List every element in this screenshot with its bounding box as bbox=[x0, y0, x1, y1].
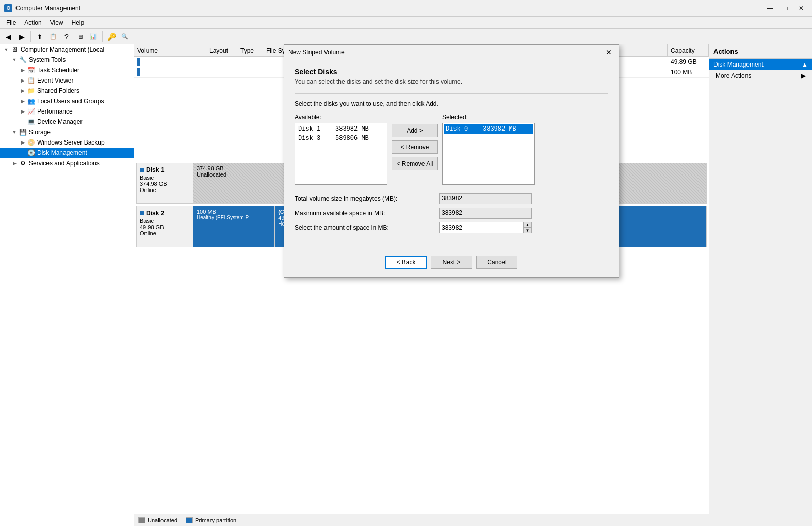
menu-view[interactable]: View bbox=[46, 18, 68, 27]
sidebar-item-windows-backup[interactable]: ▶ 📀 Windows Server Backup bbox=[0, 137, 134, 148]
key-button[interactable]: 🔑 bbox=[105, 30, 118, 43]
disk-selector: Available: Disk 1 383982 MB Disk 3 58980… bbox=[295, 114, 608, 185]
chevron-icon: ▶ bbox=[19, 87, 27, 95]
up-button[interactable]: ⬆ bbox=[34, 30, 46, 43]
remove-all-button[interactable]: < Remove All bbox=[392, 157, 438, 170]
chevron-icon: ▼ bbox=[2, 45, 10, 54]
space-spinner: ▲ ▼ bbox=[439, 222, 532, 233]
minimize-button[interactable]: — bbox=[764, 3, 777, 13]
sidebar-item-storage[interactable]: ▼ 💾 Storage bbox=[0, 127, 134, 137]
show-hide-button[interactable]: 📋 bbox=[47, 30, 59, 43]
sidebar-item-system-tools[interactable]: ▼ 🔧 System Tools bbox=[0, 55, 134, 65]
app-icon: ⚙ bbox=[4, 4, 12, 12]
main-container: ▼ 🖥 Computer Management (Local ▼ 🔧 Syste… bbox=[0, 44, 812, 526]
sidebar-item-disk-management[interactable]: 💽 Disk Management bbox=[0, 148, 134, 158]
available-disk-3[interactable]: Disk 3 589806 MB bbox=[296, 134, 386, 143]
event-icon: 📋 bbox=[27, 76, 35, 85]
sidebar-item-label: Shared Folders bbox=[37, 87, 79, 94]
menu-action[interactable]: Action bbox=[20, 18, 45, 27]
actions-expand-icon: ▲ bbox=[802, 61, 808, 68]
spinner-down[interactable]: ▼ bbox=[523, 228, 531, 233]
computer-button[interactable]: 🖥 bbox=[74, 30, 86, 43]
back-button[interactable]: ◀ bbox=[2, 30, 14, 43]
sidebar-item-label: Disk Management bbox=[37, 149, 87, 156]
scheduler-icon: 📅 bbox=[27, 66, 35, 74]
chevron-icon: ▶ bbox=[19, 97, 27, 105]
more-actions-link[interactable]: More Actions ▶ bbox=[709, 70, 812, 82]
menu-bar: File Action View Help bbox=[0, 17, 812, 29]
available-section: Available: Disk 1 383982 MB Disk 3 58980… bbox=[295, 114, 387, 185]
chevron-icon: ▶ bbox=[19, 138, 27, 147]
tools-icon: 🔧 bbox=[19, 56, 27, 64]
performance-icon: 📈 bbox=[27, 107, 35, 116]
storage-icon: 💾 bbox=[19, 128, 27, 136]
chevron-icon: ▶ bbox=[19, 76, 27, 85]
sidebar-item-computer-management[interactable]: ▼ 🖥 Computer Management (Local bbox=[0, 44, 134, 55]
sidebar-item-label: Performance bbox=[37, 108, 73, 115]
menu-help[interactable]: Help bbox=[68, 18, 89, 27]
sidebar-item-local-users[interactable]: ▶ 👥 Local Users and Groups bbox=[0, 96, 134, 106]
title-bar: ⚙ Computer Management — □ ✕ bbox=[0, 0, 812, 17]
dialog-fields: Total volume size in megabytes (MB): 383… bbox=[295, 193, 608, 233]
sidebar-item-performance[interactable]: ▶ 📈 Performance bbox=[0, 106, 134, 117]
chevron-icon: ▶ bbox=[19, 107, 27, 116]
sidebar-item-event-viewer[interactable]: ▶ 📋 Event Viewer bbox=[0, 75, 134, 86]
sidebar-item-label: Local Users and Groups bbox=[37, 98, 104, 105]
more-actions-arrow: ▶ bbox=[801, 72, 806, 79]
sidebar-item-device-manager[interactable]: 💻 Device Manager bbox=[0, 117, 134, 127]
spinner-up[interactable]: ▲ bbox=[523, 222, 531, 228]
toolbar-separator-1 bbox=[30, 31, 31, 42]
sidebar-item-shared-folders[interactable]: ▶ 📁 Shared Folders bbox=[0, 86, 134, 96]
title-bar-controls: — □ ✕ bbox=[764, 3, 808, 13]
title-bar-text: Computer Management bbox=[15, 5, 764, 12]
next-button[interactable]: Next > bbox=[431, 256, 472, 269]
modal-backdrop: New Striped Volume ✕ Select Disks You ca… bbox=[134, 44, 709, 526]
menu-file[interactable]: File bbox=[2, 18, 20, 27]
chevron-icon: ▶ bbox=[19, 66, 27, 74]
content-area: Volume Layout Type File System Status Ca… bbox=[134, 44, 709, 526]
computer-icon: 🖥 bbox=[10, 45, 19, 54]
space-input[interactable] bbox=[440, 223, 523, 232]
sidebar-item-label: Task Scheduler bbox=[37, 67, 79, 74]
close-button[interactable]: ✕ bbox=[794, 3, 808, 13]
chevron-icon: ▼ bbox=[10, 56, 19, 64]
maximize-button[interactable]: □ bbox=[779, 3, 792, 13]
sidebar: ▼ 🖥 Computer Management (Local ▼ 🔧 Syste… bbox=[0, 44, 134, 526]
chart-button[interactable]: 📊 bbox=[87, 30, 100, 43]
magnify-button[interactable]: 🔍 bbox=[119, 30, 131, 43]
forward-button[interactable]: ▶ bbox=[15, 30, 28, 43]
add-button[interactable]: Add > bbox=[392, 124, 438, 137]
backup-icon: 📀 bbox=[27, 138, 35, 147]
dialog-footer: < Back Next > Cancel bbox=[284, 250, 619, 277]
dialog-titlebar: New Striped Volume ✕ bbox=[284, 45, 619, 59]
available-disk-1[interactable]: Disk 1 383982 MB bbox=[296, 124, 386, 134]
selected-section: Selected: Disk 0 383982 MB bbox=[442, 114, 535, 185]
dialog-body: Select Disks You can select the disks an… bbox=[284, 59, 619, 250]
actions-section-title: Disk Management ▲ bbox=[709, 59, 812, 70]
toolbar-separator-2 bbox=[102, 31, 103, 42]
sidebar-item-services-applications[interactable]: ▶ ⚙ Services and Applications bbox=[0, 158, 134, 168]
help-button[interactable]: ? bbox=[60, 30, 73, 43]
back-button[interactable]: < Back bbox=[385, 256, 427, 269]
dialog-title: New Striped Volume bbox=[288, 49, 603, 56]
cancel-button[interactable]: Cancel bbox=[476, 256, 517, 269]
field-label-max: Maximum available space in MB: bbox=[295, 210, 439, 217]
field-space-amount: Select the amount of space in MB: ▲ ▼ bbox=[295, 222, 608, 233]
dialog-section-title: Select Disks bbox=[295, 68, 608, 76]
new-striped-volume-dialog: New Striped Volume ✕ Select Disks You ca… bbox=[284, 44, 619, 278]
remove-button[interactable]: < Remove bbox=[392, 140, 438, 154]
dialog-instruction: Select the disks you want to use, and th… bbox=[295, 100, 608, 107]
selected-listbox[interactable]: Disk 0 383982 MB bbox=[442, 123, 535, 185]
folder-icon: 📁 bbox=[27, 87, 35, 95]
sidebar-item-label: Event Viewer bbox=[37, 77, 73, 84]
selected-disk-0[interactable]: Disk 0 383982 MB bbox=[444, 124, 533, 134]
sidebar-item-task-scheduler[interactable]: ▶ 📅 Task Scheduler bbox=[0, 65, 134, 75]
sidebar-item-label: System Tools bbox=[29, 56, 66, 63]
sidebar-item-label: Windows Server Backup bbox=[37, 139, 105, 146]
selected-label: Selected: bbox=[442, 114, 535, 121]
sidebar-item-label: Services and Applications bbox=[29, 160, 100, 167]
actions-panel: Actions Disk Management ▲ More Actions ▶ bbox=[709, 44, 812, 526]
available-listbox[interactable]: Disk 1 383982 MB Disk 3 589806 MB bbox=[295, 123, 387, 185]
chevron-icon: ▶ bbox=[10, 159, 19, 167]
dialog-close-button[interactable]: ✕ bbox=[603, 46, 614, 58]
